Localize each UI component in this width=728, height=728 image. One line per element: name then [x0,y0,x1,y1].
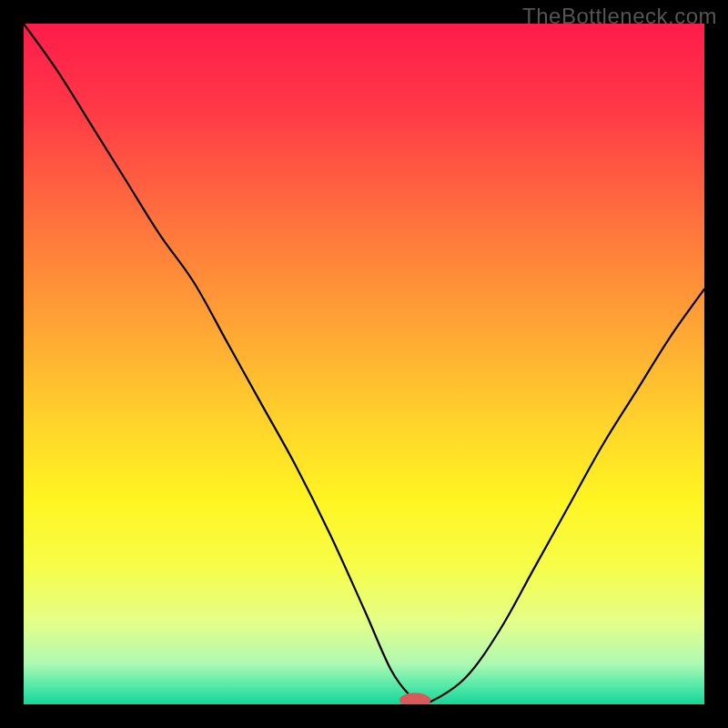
plot-area [24,24,704,704]
bottleneck-plot [24,24,704,704]
watermark-text: TheBottleneck.com [522,4,717,29]
gradient-background [24,24,704,704]
chart-frame: TheBottleneck.com [0,0,728,728]
